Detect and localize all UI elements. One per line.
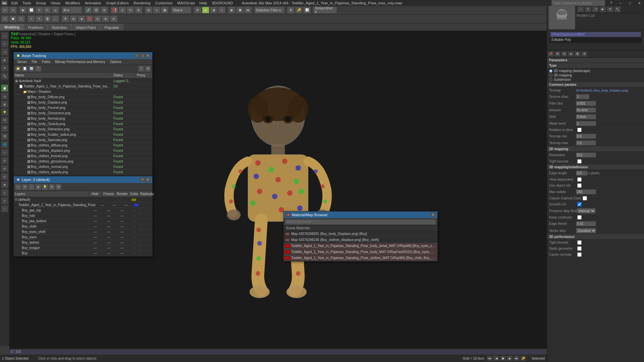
- asset-tracking-titlebar[interactable]: 📋 Asset Tracking ─ □ ✕: [14, 52, 152, 59]
- sidebar-icon-layers[interactable]: ▦: [1, 101, 8, 108]
- help-icon[interactable]: ?: [606, 0, 616, 6]
- asset-tracking-row[interactable]: 🖼Boy_body_Fresnel.png Found: [14, 105, 152, 111]
- at-tb-reload[interactable]: 🔄: [29, 66, 35, 72]
- mod-vray-displace[interactable]: VRayDisplacemntMod: [550, 32, 641, 37]
- layer-manager-row[interactable]: Boy_tongue — — —: [14, 245, 152, 251]
- rp-create-icon[interactable]: +: [577, 6, 584, 12]
- layer-manager-row[interactable]: Boy_eyes_shell — — —: [14, 229, 152, 235]
- amount-input[interactable]: [576, 108, 596, 113]
- preserve-map-bnd-select[interactable]: Internal: [577, 208, 596, 214]
- tb-mirror[interactable]: ⊞: [145, 7, 152, 13]
- sidebar-icon-create[interactable]: +: [1, 32, 8, 40]
- material-browser-titlebar[interactable]: ◇ Material/Map Browser ✕: [284, 212, 437, 218]
- menu-maxscript[interactable]: MAXScript: [175, 1, 197, 5]
- asset-tracking-row[interactable]: 🖼Boy_body_Normal.png Found: [14, 116, 152, 121]
- radio-subdivision[interactable]: Subdivision: [549, 78, 642, 81]
- sidebar-icon-extra1[interactable]: ⚙: [1, 157, 8, 164]
- at-menu-file[interactable]: File: [30, 60, 39, 64]
- lm-create[interactable]: +: [15, 184, 21, 190]
- maximize-button[interactable]: □: [625, 0, 635, 6]
- color-swatch[interactable]: [131, 214, 137, 218]
- relative-bbox-checkbox[interactable]: [577, 128, 582, 132]
- sidebar-icon-asset-tracking[interactable]: 📋: [1, 84, 8, 92]
- rp-hierarchy-icon[interactable]: ⎇: [592, 6, 599, 12]
- color-swatch[interactable]: [131, 230, 137, 234]
- tb-extrude[interactable]: ⬆: [62, 15, 69, 22]
- asset-tracking-row[interactable]: 🖼Boy_body_Refraction.png Found: [14, 127, 152, 132]
- asset-tracking-row[interactable]: 🖼Boy_clothes_reflection.png Found: [14, 175, 152, 176]
- at-menu-paths[interactable]: Paths: [40, 60, 53, 64]
- asset-tracking-row[interactable]: 🖼Boy_clothes_glossiness.png Found: [14, 159, 152, 164]
- at-tb-remove[interactable]: 📄: [22, 66, 28, 72]
- tb-key-mode[interactable]: 🔑: [295, 7, 303, 13]
- radio-3d-mapping[interactable]: 3D mapping: [549, 73, 642, 77]
- sidebar-icon-extra7[interactable]: ⬡: [1, 205, 8, 213]
- sidebar-icon-extra5[interactable]: ⊙: [1, 189, 8, 196]
- lm-close[interactable]: ✕: [146, 177, 150, 182]
- tb-active-shade[interactable]: ◑: [210, 7, 217, 13]
- tb-percent-snap[interactable]: %: [127, 7, 134, 13]
- menu-customize[interactable]: Customize: [153, 1, 175, 5]
- color-swatch[interactable]: [131, 220, 137, 223]
- tb-vertex[interactable]: ⬡: [1, 15, 9, 22]
- at-menu-server[interactable]: Server: [15, 60, 29, 64]
- tb-frame-tools[interactable]: ⏭: [244, 7, 252, 13]
- tb-time[interactable]: ⧗: [287, 7, 294, 13]
- tab-freeform[interactable]: Freeform: [24, 24, 48, 31]
- selection-filter-dropdown[interactable]: Selection Filter ▾: [254, 7, 284, 13]
- render-next[interactable]: ▶: [507, 356, 513, 361]
- at-tb-help[interactable]: ?: [138, 66, 144, 72]
- texmap-min-input[interactable]: [576, 134, 596, 139]
- color-swatch[interactable]: [131, 225, 137, 228]
- color-swatch[interactable]: [131, 252, 137, 255]
- tb-bind[interactable]: ⧉: [101, 7, 108, 13]
- filter-blur-input[interactable]: [576, 101, 596, 106]
- color-swatch[interactable]: [131, 246, 137, 250]
- menu-help[interactable]: Help: [198, 1, 209, 5]
- sidebar-icon-light[interactable]: 💡: [1, 109, 8, 116]
- tb-ring[interactable]: ◎: [94, 15, 101, 22]
- asset-tracking-row[interactable]: 🖼Boy_clothes_diffuse.png Found: [14, 143, 152, 148]
- at-tb-locate[interactable]: 📍: [35, 66, 41, 72]
- tb-link[interactable]: 🔗: [85, 7, 92, 13]
- layer-manager-row[interactable]: Boy_cloth — — —: [14, 224, 152, 229]
- tb-bevel[interactable]: ◈: [78, 15, 85, 22]
- at-close[interactable]: ✕: [146, 53, 150, 58]
- tb-play[interactable]: ▶: [228, 7, 235, 13]
- static-geometry-checkbox[interactable]: [577, 246, 582, 251]
- tb-undo[interactable]: ↩: [1, 7, 9, 13]
- tb-more[interactable]: …: [52, 15, 59, 22]
- tb-loop[interactable]: ⭕: [86, 15, 93, 22]
- tb-edge[interactable]: ⬟: [9, 15, 17, 22]
- tb-modify[interactable]: ✎: [36, 15, 43, 22]
- material-browser-item[interactable]: Toddler_Aged_1_Year_in_Pajamas_Standing_…: [284, 243, 437, 249]
- render-key[interactable]: 🔑: [520, 356, 526, 361]
- sidebar-icon-modify[interactable]: ✎: [1, 40, 8, 48]
- max-subdiv-input[interactable]: [576, 189, 596, 194]
- tb-grow[interactable]: ⊕: [102, 15, 109, 22]
- asset-tracking-row[interactable]: 🖼Boy_clothes_fresnel.png Found: [14, 154, 152, 159]
- material-search-input[interactable]: [285, 219, 436, 225]
- mb-close[interactable]: ✕: [431, 213, 435, 217]
- color-swatch[interactable]: [133, 203, 139, 207]
- tb-scale[interactable]: ⊿: [52, 7, 59, 13]
- tb-material-editor[interactable]: ◇: [218, 7, 225, 13]
- edge-thresh-input[interactable]: [576, 221, 596, 226]
- menu-rendering[interactable]: Rendering: [131, 1, 153, 5]
- at-menu-bitmap[interactable]: Bitmap Performance and Memory: [53, 60, 107, 64]
- tb-select-region[interactable]: ⬜: [28, 7, 35, 13]
- render-end[interactable]: ⏭: [514, 356, 520, 361]
- mod-editable-poly[interactable]: Editable Poly: [550, 37, 641, 43]
- tab-selection[interactable]: Selection: [47, 24, 71, 31]
- render-prev[interactable]: ◀: [493, 356, 499, 361]
- rp-motion-icon[interactable]: ▶: [599, 6, 606, 12]
- lm-highlight[interactable]: 💡: [42, 184, 48, 190]
- tb-delete-modifier[interactable]: 🗑: [44, 15, 51, 22]
- color-swatch[interactable]: [131, 209, 137, 212]
- menu-group[interactable]: Group: [34, 1, 48, 5]
- lm-delete[interactable]: ✕: [22, 184, 28, 190]
- rp-display-icon[interactable]: 👁: [607, 6, 613, 12]
- catmull-clark-checkbox[interactable]: [583, 196, 587, 200]
- sidebar-icon-extra2[interactable]: ⊞: [1, 165, 8, 172]
- asset-tracking-row[interactable]: 🖼Boy_clothes_normal.png Found: [14, 164, 152, 170]
